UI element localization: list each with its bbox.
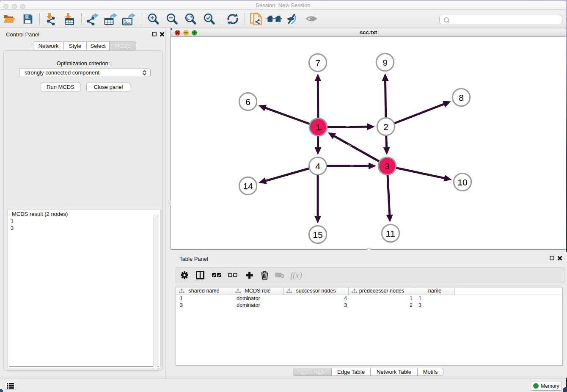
svg-text:3: 3 <box>385 161 390 171</box>
svg-text:8: 8 <box>459 93 464 102</box>
svg-text:1: 1 <box>316 122 321 132</box>
svg-text:7: 7 <box>315 58 320 68</box>
svg-text:9: 9 <box>383 58 388 67</box>
svg-text:4: 4 <box>315 161 320 171</box>
svg-text:2: 2 <box>383 122 388 132</box>
svg-text:6: 6 <box>245 97 250 107</box>
